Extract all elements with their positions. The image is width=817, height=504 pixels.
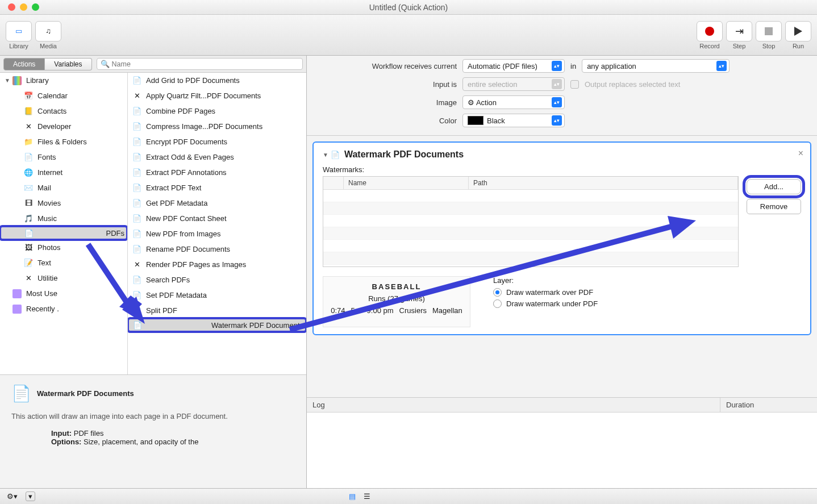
card-title: Watermark PDF Documents xyxy=(344,149,464,160)
library-toolbar-button[interactable]: ▭ Library xyxy=(6,21,32,49)
gear-menu-button[interactable]: ⚙▾ xyxy=(7,492,18,501)
category-icon: ✕ xyxy=(24,274,33,283)
table-row[interactable] xyxy=(323,252,738,265)
table-row[interactable] xyxy=(323,215,738,227)
duration-column-header: Duration xyxy=(720,398,817,412)
add-watermark-button[interactable]: Add... xyxy=(747,179,801,194)
view-list-button[interactable]: ▤ xyxy=(349,492,356,501)
library-category-files-folders[interactable]: 📁Files & Folders xyxy=(0,134,127,149)
record-icon xyxy=(705,27,714,36)
run-toolbar-button[interactable]: Run xyxy=(785,21,811,49)
library-category-developer[interactable]: ✕Developer xyxy=(0,119,127,134)
library-category-photos[interactable]: 🖼Photos xyxy=(0,240,127,255)
table-row[interactable] xyxy=(323,227,738,240)
library-category-pdfs[interactable]: 📄PDFs xyxy=(0,226,127,240)
action-item[interactable]: 📄Combine PDF Pages xyxy=(128,103,306,119)
pdf-action-icon: 📄 xyxy=(132,199,141,208)
action-item[interactable]: 📄Extract Odd & Even Pages xyxy=(128,149,306,165)
tab-actions[interactable]: Actions xyxy=(3,58,45,70)
status-bar: ⚙▾ ▾ ▤ ☰ xyxy=(0,488,817,504)
disclosure-triangle-icon[interactable]: ▼ xyxy=(5,77,10,84)
action-item[interactable]: 📄Extract PDF Text xyxy=(128,180,306,195)
library-header-row: Actions Variables 🔍 xyxy=(0,56,306,73)
action-item[interactable]: ✕Render PDF Pages as Images xyxy=(128,257,306,272)
workflow-options: Workflow receives current Automatic (PDF… xyxy=(307,56,817,136)
close-card-button[interactable]: × xyxy=(798,148,803,159)
category-icon: 📝 xyxy=(24,259,33,268)
library-category-contacts[interactable]: 📒Contacts xyxy=(0,103,127,119)
table-row[interactable] xyxy=(323,190,738,202)
action-item[interactable]: 📄Extract PDF Annotations xyxy=(128,165,306,180)
library-category-mail[interactable]: ✉️Mail xyxy=(0,180,127,195)
library-category-movies[interactable]: 🎞Movies xyxy=(0,195,127,211)
pdf-action-icon: 📄 xyxy=(132,153,141,162)
pdf-action-icon: 📄 xyxy=(132,184,141,193)
action-item[interactable]: 📄Search PDFs xyxy=(128,272,306,288)
watermarks-table[interactable]: Name Path xyxy=(323,176,739,267)
info-description: This action will draw an image into each… xyxy=(11,411,295,422)
chevron-updown-icon: ▴▾ xyxy=(552,79,562,89)
library-category-music[interactable]: 🎵Music xyxy=(0,211,127,226)
action-item[interactable]: 📄New PDF Contact Sheet xyxy=(128,211,306,226)
library-category-text[interactable]: 📝Text xyxy=(0,255,127,270)
library-most-used[interactable]: Most Use xyxy=(0,286,127,301)
pdf-action-icon: 📄 xyxy=(133,320,142,330)
library-icon xyxy=(12,76,22,85)
library-recently-added[interactable]: Recently . xyxy=(0,301,127,316)
record-toolbar-button[interactable]: Record xyxy=(697,21,723,49)
library-icon: ▭ xyxy=(15,27,22,35)
application-select[interactable]: any application ▴▾ xyxy=(582,59,730,73)
action-item[interactable]: 📄Add Grid to PDF Documents xyxy=(128,73,306,88)
watermark-action-card: ▼ 📄 Watermark PDF Documents × Watermarks… xyxy=(312,141,811,335)
library-category-calendar[interactable]: 📅Calendar xyxy=(0,88,127,103)
media-toolbar-button[interactable]: ♫ Media xyxy=(35,21,61,49)
step-toolbar-button[interactable]: ⇥ Step xyxy=(726,21,752,49)
remove-watermark-button[interactable]: Remove xyxy=(747,199,801,214)
log-body[interactable] xyxy=(307,413,817,488)
category-icon: 🎵 xyxy=(24,214,33,223)
watermarks-label: Watermarks: xyxy=(323,165,739,174)
table-row[interactable] xyxy=(323,202,738,215)
action-item[interactable]: 📄Set PDF Metadata xyxy=(128,288,306,303)
action-item[interactable]: 📄New PDF from Images xyxy=(128,226,306,241)
pdf-action-icon: 📄 xyxy=(132,168,141,177)
search-input[interactable] xyxy=(112,60,299,68)
library-category-internet[interactable]: 🌐Internet xyxy=(0,165,127,180)
action-item[interactable]: 📄Watermark PDF Documents xyxy=(128,318,306,332)
color-select[interactable]: Black ▴▾ xyxy=(462,114,565,127)
library-root[interactable]: ▼ Library xyxy=(0,73,127,88)
disclosure-triangle-icon[interactable]: ▼ xyxy=(323,152,328,158)
image-select[interactable]: ⚙ Action ▴▾ xyxy=(462,95,565,109)
category-icon: 📄 xyxy=(24,153,33,162)
pdf-action-icon: 📄 xyxy=(132,245,141,254)
library-categories-list[interactable]: ▼ Library 📅Calendar📒Contacts✕Developer📁F… xyxy=(0,73,128,374)
category-icon: 📅 xyxy=(24,91,33,101)
stop-toolbar-button[interactable]: Stop xyxy=(756,21,782,49)
log-column-header: Log xyxy=(307,398,720,412)
view-flow-button[interactable]: ☰ xyxy=(364,492,370,501)
action-item[interactable]: 📄Get PDF Metadata xyxy=(128,195,306,211)
receives-select[interactable]: Automatic (PDF files) ▴▾ xyxy=(462,59,565,73)
radio-over-pdf[interactable]: Draw watermark over PDF xyxy=(493,288,801,297)
log-pane: Log Duration xyxy=(307,397,817,488)
action-item[interactable]: 📄Rename PDF Documents xyxy=(128,241,306,257)
step-icon: ⇥ xyxy=(735,25,744,38)
action-item[interactable]: ✕Apply Quartz Filt...PDF Documents xyxy=(128,88,306,103)
action-item[interactable]: 📄Split PDF xyxy=(128,303,306,318)
category-icon: 🖼 xyxy=(24,243,33,252)
radio-under-pdf[interactable]: Draw watermark under PDF xyxy=(493,299,801,308)
search-field[interactable]: 🔍 xyxy=(97,58,303,70)
col-checkbox xyxy=(323,177,344,189)
action-item[interactable]: 📄Compress Image...PDF Documents xyxy=(128,119,306,134)
table-row[interactable] xyxy=(323,240,738,252)
media-icon: ♫ xyxy=(45,27,51,35)
library-category-utilitie[interactable]: ✕Utilitie xyxy=(0,270,127,286)
quicklook-button[interactable]: ▾ xyxy=(26,491,35,501)
actions-list[interactable]: 📄Add Grid to PDF Documents✕Apply Quartz … xyxy=(128,73,306,374)
pdf-action-icon: 📄 xyxy=(132,306,141,315)
tab-variables[interactable]: Variables xyxy=(45,58,91,70)
play-icon xyxy=(794,27,802,36)
action-item[interactable]: 📄Encrypt PDF Documents xyxy=(128,134,306,149)
radio-icon xyxy=(493,288,502,297)
library-category-fonts[interactable]: 📄Fonts xyxy=(0,149,127,165)
